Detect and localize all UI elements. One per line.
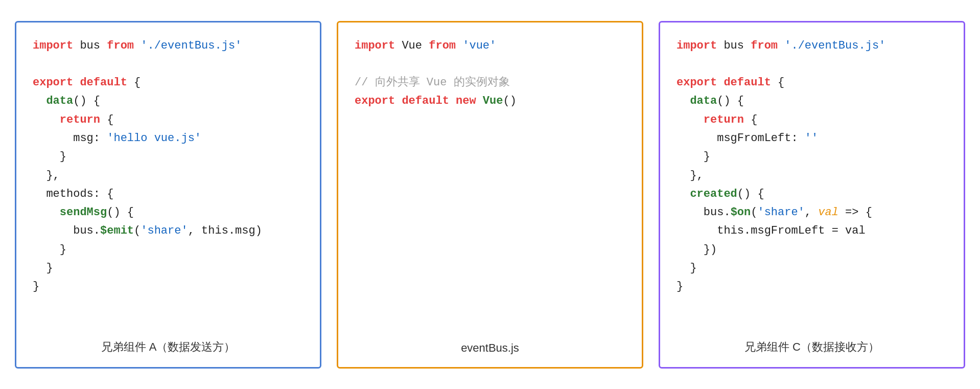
code-line: msg: 'hello vue.js' xyxy=(33,129,304,148)
code-line: import bus from './eventBus.js' xyxy=(33,37,304,55)
code-line: }, xyxy=(676,167,947,185)
code-line: bus.$on('share', val => { xyxy=(676,203,947,222)
code-blank xyxy=(676,55,947,74)
code-line: } xyxy=(676,148,947,166)
code-line: } xyxy=(33,148,304,166)
panel-center-label: eventBus.js xyxy=(355,334,625,355)
code-line: bus.$emit('share', this.msg) xyxy=(33,222,304,240)
code-line: } xyxy=(676,259,947,278)
code-content-right: import bus from './eventBus.js' export d… xyxy=(676,37,947,320)
code-line: sendMsg() { xyxy=(33,203,304,222)
code-line: created() { xyxy=(676,185,947,203)
panel-left: import bus from './eventBus.js' export d… xyxy=(15,21,321,369)
panel-center: import Vue from 'vue' // 向外共享 Vue 的实例对象 … xyxy=(337,21,643,369)
code-line: return { xyxy=(676,111,947,129)
panel-right: import bus from './eventBus.js' export d… xyxy=(659,21,965,369)
code-line: data() { xyxy=(33,92,304,110)
code-line: } xyxy=(33,259,304,278)
code-line: data() { xyxy=(676,92,947,110)
code-line: export default { xyxy=(33,74,304,92)
code-line: import Vue from 'vue' xyxy=(355,37,625,55)
code-line: }, xyxy=(33,167,304,185)
code-content-left: import bus from './eventBus.js' export d… xyxy=(33,37,304,320)
code-line: this.msgFromLeft = val xyxy=(676,222,947,240)
code-line: // 向外共享 Vue 的实例对象 xyxy=(355,74,625,92)
code-content-center: import Vue from 'vue' // 向外共享 Vue 的实例对象 … xyxy=(355,37,625,322)
panel-left-label: 兄弟组件 A（数据发送方） xyxy=(33,332,304,355)
code-line: export default { xyxy=(676,74,947,92)
code-line: return { xyxy=(33,111,304,129)
code-line: }) xyxy=(676,241,947,259)
panel-right-label: 兄弟组件 C（数据接收方） xyxy=(676,332,947,355)
code-line: msgFromLeft: '' xyxy=(676,129,947,148)
code-blank xyxy=(33,55,304,74)
main-container: import bus from './eventBus.js' export d… xyxy=(15,21,965,369)
code-line: } xyxy=(33,278,304,296)
code-line: import bus from './eventBus.js' xyxy=(676,37,947,55)
code-line: export default new Vue() xyxy=(355,92,625,110)
code-line: } xyxy=(676,278,947,296)
code-line: methods: { xyxy=(33,185,304,203)
code-blank xyxy=(355,55,625,74)
code-line: } xyxy=(33,241,304,259)
